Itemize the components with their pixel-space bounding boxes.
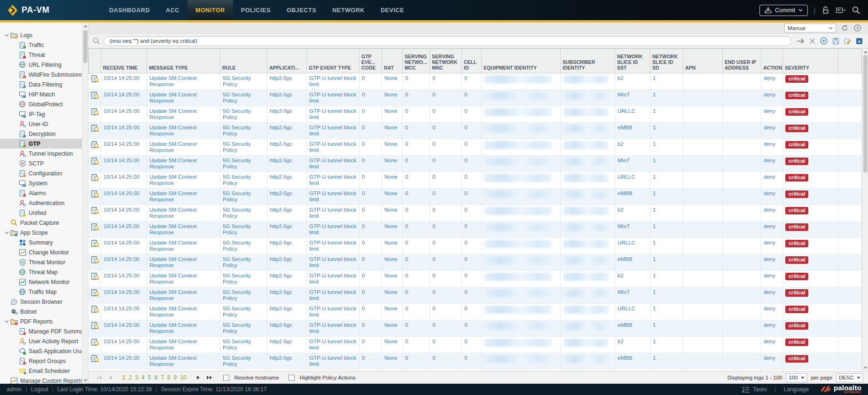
column-header-rule[interactable]: RULE — [220, 49, 267, 73]
sidebar-item-sctp[interactable]: SCTP — [0, 158, 82, 168]
add-filter-icon[interactable] — [820, 37, 828, 45]
save-filter-icon[interactable] — [831, 37, 840, 45]
sidebar-scroll-down-arrow[interactable] — [83, 378, 88, 383]
sidebar-item-decryption[interactable]: Decryption — [0, 129, 82, 139]
sidebar-item-url-filtering[interactable]: URL Filtering — [0, 60, 82, 70]
sidebar-scroll-thumb[interactable] — [83, 30, 87, 63]
column-header-cell_id[interactable]: CELL ID — [462, 49, 482, 73]
log-detail-icon[interactable] — [91, 75, 99, 83]
sidebar-item-packet-capture[interactable]: Packet Capture — [0, 218, 82, 228]
sidebar-item-user-id[interactable]: User-ID — [0, 119, 82, 129]
sidebar-item-traffic[interactable]: Traffic — [0, 40, 82, 50]
tasks-link[interactable]: Tasks — [753, 386, 767, 393]
sidebar-item-app-scope[interactable]: App Scope — [0, 228, 82, 237]
clear-filter-icon[interactable] — [808, 37, 816, 45]
column-header-application[interactable]: APPLICATI... — [267, 49, 307, 73]
sidebar-item-unified[interactable]: Unified — [0, 208, 82, 218]
page-number-2[interactable]: 2 — [129, 374, 132, 381]
column-header-message_type[interactable]: MESSAGE TYPE — [147, 49, 220, 73]
sidebar-scrollbar[interactable] — [82, 23, 88, 384]
sidebar-item-threat[interactable]: Threat — [0, 50, 82, 60]
sidebar-item-report-groups[interactable]: AReport Groups — [0, 356, 82, 366]
log-detail-icon[interactable] — [91, 190, 99, 198]
sidebar-item-gtp[interactable]: GTP — [0, 139, 82, 149]
sidebar-item-user-activity-report[interactable]: User Activity Report — [0, 336, 82, 346]
page-number-3[interactable]: 3 — [135, 374, 138, 381]
load-filter-icon[interactable] — [843, 37, 852, 45]
tab-monitor[interactable]: MONITOR — [188, 0, 233, 20]
tab-device[interactable]: DEVICE — [373, 0, 412, 20]
tab-dashboard[interactable]: DASHBOARD — [101, 0, 158, 20]
page-number-6[interactable]: 6 — [154, 374, 157, 381]
table-scroll-thumb[interactable] — [863, 55, 868, 173]
refresh-icon[interactable] — [840, 24, 849, 32]
log-detail-icon[interactable] — [91, 158, 99, 165]
sidebar-item-saas-application-usage[interactable]: SaaS Application Usage — [0, 346, 82, 356]
sidebar-item-system[interactable]: System — [0, 178, 82, 188]
log-detail-icon[interactable] — [91, 240, 99, 247]
column-header-subscriber_identity[interactable]: SUBSCRIBER IDENTITY — [561, 49, 615, 73]
log-detail-icon[interactable] — [91, 256, 99, 264]
sidebar-item-threat-map[interactable]: Threat Map — [0, 267, 82, 277]
sidebar-item-manage-custom-reports[interactable]: Manage Custom Reports — [0, 376, 82, 384]
filter-query-input[interactable]: (imsi neq "") and (severity eq critical) — [103, 36, 791, 46]
sidebar-item-email-scheduler[interactable]: Email Scheduler — [0, 366, 82, 376]
config-operations-icon[interactable] — [836, 6, 845, 15]
log-detail-icon[interactable] — [91, 339, 99, 346]
log-detail-icon[interactable] — [91, 273, 99, 280]
page-number-1[interactable]: 1 — [122, 374, 125, 381]
column-header-network_slice_id_sst[interactable]: NETWORK SLICE ID SST — [615, 49, 650, 73]
log-detail-icon[interactable] — [91, 223, 99, 231]
page-number-8[interactable]: 8 — [167, 374, 171, 381]
sidebar-item-session-browser[interactable]: Session Browser — [0, 297, 82, 307]
table-scrollbar[interactable] — [862, 48, 868, 371]
column-header-action[interactable]: ACTION — [761, 49, 783, 73]
tab-acc[interactable]: ACC — [158, 0, 188, 20]
log-detail-icon[interactable] — [91, 92, 99, 99]
per-page-select[interactable]: 100 — [786, 373, 807, 382]
commit-button[interactable]: Commit — [759, 5, 808, 16]
log-detail-icon[interactable] — [91, 306, 99, 313]
search-icon[interactable] — [851, 6, 860, 15]
column-header-gtp_event_type[interactable]: GTP EVENT TYPE — [307, 49, 360, 73]
sidebar-item-traffic-map[interactable]: Traffic Map — [0, 287, 82, 297]
sidebar-item-change-monitor[interactable]: Change Monitor — [0, 247, 82, 257]
apply-filter-icon[interactable] — [796, 37, 805, 45]
page-number-9[interactable]: 9 — [174, 374, 177, 381]
sidebar-scroll-up-arrow[interactable] — [83, 23, 88, 29]
column-header-receive_time[interactable]: RECEIVE TIME — [101, 49, 147, 73]
resolve-hostname-checkbox[interactable] — [223, 375, 229, 381]
tab-objects[interactable]: OBJECTS — [279, 0, 324, 20]
sidebar-item-botnet[interactable]: Botnet — [0, 307, 82, 316]
sort-order-select[interactable]: DESC — [836, 373, 863, 382]
sidebar-item-logs[interactable]: Logs — [0, 30, 82, 40]
column-header-network_slice_id_sd[interactable]: NETWORK SLICE ID SD — [650, 49, 683, 73]
highlight-policy-actions-checkbox[interactable] — [289, 375, 295, 381]
tab-policies[interactable]: POLICIES — [233, 0, 279, 20]
column-header-severity[interactable]: SEVERITY — [783, 49, 838, 73]
next-page-button[interactable] — [194, 374, 203, 381]
chevron-down-icon[interactable] — [3, 34, 10, 37]
sidebar-item-network-monitor[interactable]: Network Monitor — [0, 277, 82, 287]
sidebar-item-authentication[interactable]: Authentication — [0, 198, 82, 208]
language-link[interactable]: Language — [784, 386, 809, 393]
sidebar-item-manage-pdf-summary[interactable]: AManage PDF Summary — [0, 326, 82, 336]
prev-page-button[interactable] — [106, 374, 115, 381]
sidebar-item-threat-monitor[interactable]: Threat Monitor — [0, 257, 82, 267]
table-scroll-up-arrow[interactable] — [863, 49, 868, 55]
sidebar-item-ip-tag[interactable]: IP-Tag — [0, 109, 82, 119]
page-number-7[interactable]: 7 — [161, 374, 164, 381]
log-detail-icon[interactable] — [91, 322, 99, 330]
sidebar-item-wildfire-submissions[interactable]: WildFire Submissions — [0, 70, 82, 79]
log-detail-icon[interactable] — [91, 174, 99, 182]
export-csv-icon[interactable]: x — [855, 37, 863, 45]
log-detail-icon[interactable] — [91, 141, 99, 149]
chevron-down-icon[interactable] — [3, 231, 10, 234]
sidebar-item-globalprotect[interactable]: GlobalProtect — [0, 99, 82, 109]
sidebar-item-summary[interactable]: Summary — [0, 237, 82, 247]
log-detail-icon[interactable] — [91, 355, 99, 363]
page-number-10[interactable]: 10 — [180, 374, 186, 381]
table-scroll-down-arrow[interactable] — [863, 365, 868, 371]
last-page-button[interactable] — [205, 374, 214, 381]
chevron-down-icon[interactable] — [3, 320, 10, 323]
